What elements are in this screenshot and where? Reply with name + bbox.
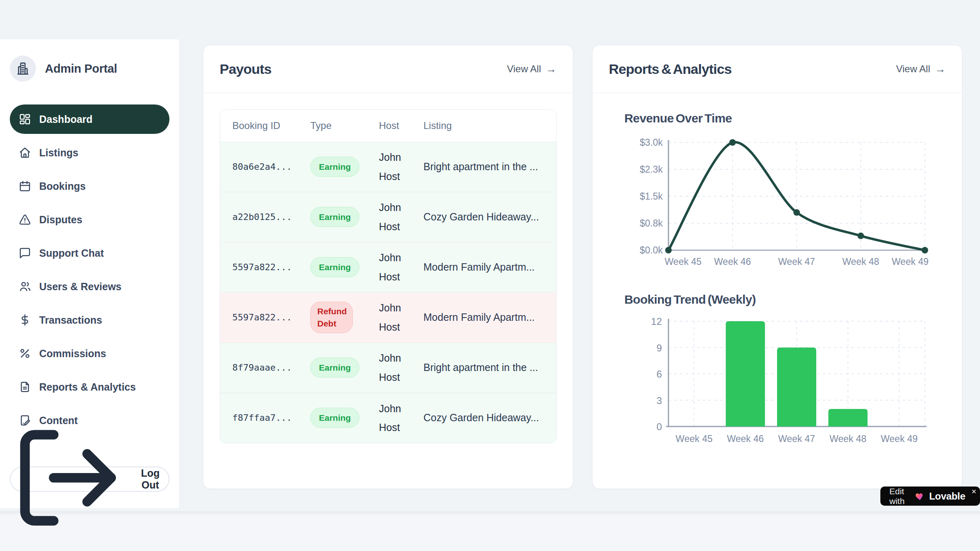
host-cell: John Host: [379, 142, 423, 192]
reports-title: Reports & Analytics: [609, 61, 732, 77]
booking-id: 5597a822...: [220, 292, 310, 342]
view-all-label: View All: [896, 63, 930, 75]
table-row: 5597a822...EarningJohn HostModern Family…: [220, 242, 556, 292]
message-square-icon: [19, 247, 31, 259]
revenue-line-chart: $0.0k$0.8k$1.5k$2.3k$3.0kWeek 45Week 46W…: [639, 137, 937, 273]
host-cell: John Host: [379, 242, 423, 292]
listing-cell: Modern Family Apartm...: [423, 242, 556, 292]
sidebar-item-bookings[interactable]: Bookings: [10, 171, 169, 201]
sidebar-item-label: Support Chat: [39, 247, 104, 259]
svg-text:$2.3k: $2.3k: [640, 164, 663, 175]
table-row: 80a6e2a4...EarningJohn HostBright apartm…: [220, 142, 556, 192]
sidebar-item-label: Users & Reviews: [39, 281, 122, 293]
log-out-icon: [11, 420, 125, 538]
svg-text:6: 6: [657, 369, 662, 380]
log-out-label: Log Out: [132, 467, 169, 491]
svg-text:$0.0k: $0.0k: [640, 245, 663, 256]
booking-id: a22b0125...: [220, 192, 310, 242]
header-type: Type: [310, 110, 379, 142]
home-icon: [19, 147, 31, 159]
svg-text:$1.5k: $1.5k: [640, 191, 663, 202]
type-badge: Refund Debt: [310, 302, 353, 333]
payouts-title: Payouts: [220, 61, 272, 77]
svg-text:$3.0k: $3.0k: [640, 137, 663, 148]
type-cell: Earning: [310, 142, 379, 192]
sidebar-item-label: Bookings: [39, 180, 86, 192]
payouts-view-all-link[interactable]: View All →: [507, 63, 557, 76]
booking-id: 5597a822...: [220, 242, 310, 292]
sidebar-item-label: Dashboard: [39, 113, 93, 125]
sidebar-item-label: Listings: [39, 147, 78, 159]
layout-dashboard-icon: [19, 113, 31, 125]
svg-text:Week 46: Week 46: [727, 433, 764, 444]
table-header-row: Booking ID Type Host Listing: [220, 110, 556, 142]
reports-body: Revenue Over Time $0.0k$0.8k$1.5k$2.3k$3…: [592, 93, 962, 452]
svg-text:12: 12: [651, 316, 662, 327]
arrow-right-icon: →: [935, 63, 946, 76]
type-cell: Earning: [310, 393, 379, 443]
alert-triangle-icon: [19, 213, 31, 226]
sidebar-item-users-reviews[interactable]: Users & Reviews: [10, 272, 169, 301]
host-cell: John Host: [379, 192, 423, 242]
payouts-table: Booking ID Type Host Listing 80a6e2a4...…: [220, 110, 556, 443]
listing-cell: Modern Family Apartm...: [423, 292, 556, 342]
sidebar-item-disputes[interactable]: Disputes: [10, 205, 169, 234]
svg-text:Week 46: Week 46: [714, 256, 751, 267]
svg-text:Week 45: Week 45: [676, 433, 713, 444]
header-booking-id: Booking ID: [220, 110, 310, 142]
type-badge: Earning: [310, 207, 359, 227]
reports-card: Reports & Analytics View All → Revenue O…: [592, 45, 962, 489]
file-text-icon: [19, 381, 31, 393]
type-badge: Earning: [310, 257, 359, 277]
type-cell: Refund Debt: [310, 292, 379, 342]
svg-text:$0.8k: $0.8k: [640, 218, 663, 229]
type-cell: Earning: [310, 342, 379, 393]
sidebar-item-label: Commissions: [39, 348, 106, 360]
svg-text:9: 9: [657, 342, 662, 353]
booking-id: 80a6e2a4...: [220, 142, 310, 192]
type-cell: Earning: [310, 242, 379, 292]
sidebar: Admin Portal DashboardListingsBookingsDi…: [0, 39, 180, 508]
edit-with-lovable-badge[interactable]: Edit with Lovable ×: [880, 487, 980, 506]
reports-view-all-link[interactable]: View All →: [896, 63, 946, 76]
percent-icon: [19, 347, 31, 360]
header-host: Host: [379, 110, 423, 142]
svg-text:Week 48: Week 48: [829, 433, 866, 444]
host-cell: John Host: [379, 292, 423, 342]
sidebar-item-listings[interactable]: Listings: [10, 138, 169, 167]
svg-text:Week 49: Week 49: [892, 256, 929, 267]
lovable-heart-icon: [915, 491, 925, 501]
svg-text:Week 47: Week 47: [778, 433, 815, 444]
sidebar-item-transactions[interactable]: Transactions: [10, 305, 169, 335]
log-out-button[interactable]: Log Out: [10, 467, 169, 492]
table-row: f87ffaa7...EarningJohn HostCozy Garden H…: [220, 393, 556, 443]
admin-portal-app: Admin Portal DashboardListingsBookingsDi…: [0, 0, 980, 551]
lovable-prefix: Edit with: [889, 487, 911, 506]
type-badge: Earning: [310, 358, 359, 378]
listing-cell: Bright apartment in the ...: [423, 142, 556, 192]
close-icon[interactable]: ×: [971, 487, 976, 495]
view-all-label: View All: [507, 63, 541, 75]
booking-id: 8f79aaae...: [220, 342, 310, 393]
dollar-sign-icon: [19, 314, 31, 326]
sidebar-item-reports-analytics[interactable]: Reports & Analytics: [10, 372, 169, 402]
host-cell: John Host: [379, 342, 423, 393]
table-row: 5597a822...Refund DebtJohn HostModern Fa…: [220, 292, 556, 342]
svg-text:Week 47: Week 47: [778, 256, 815, 267]
type-badge: Earning: [310, 157, 359, 177]
sidebar-item-dashboard[interactable]: Dashboard: [10, 104, 169, 134]
sidebar-item-commissions[interactable]: Commissions: [10, 339, 169, 368]
sidebar-item-support-chat[interactable]: Support Chat: [10, 238, 169, 268]
listing-cell: Cozy Garden Hideaway...: [423, 393, 556, 443]
type-badge: Earning: [310, 408, 359, 428]
svg-text:Week 48: Week 48: [842, 256, 879, 267]
svg-text:0: 0: [657, 421, 662, 432]
payouts-card: Payouts View All → Booking ID Type Host …: [203, 45, 573, 489]
svg-text:Week 45: Week 45: [665, 256, 702, 267]
revenue-chart-title: Revenue Over Time: [624, 111, 962, 125]
page-bottom-strip: [0, 511, 980, 551]
sidebar-logo-row: Admin Portal: [0, 39, 179, 82]
table-row: 8f79aaae...EarningJohn HostBright apartm…: [220, 342, 556, 393]
type-cell: Earning: [310, 192, 379, 242]
arrow-right-icon: →: [546, 63, 557, 76]
